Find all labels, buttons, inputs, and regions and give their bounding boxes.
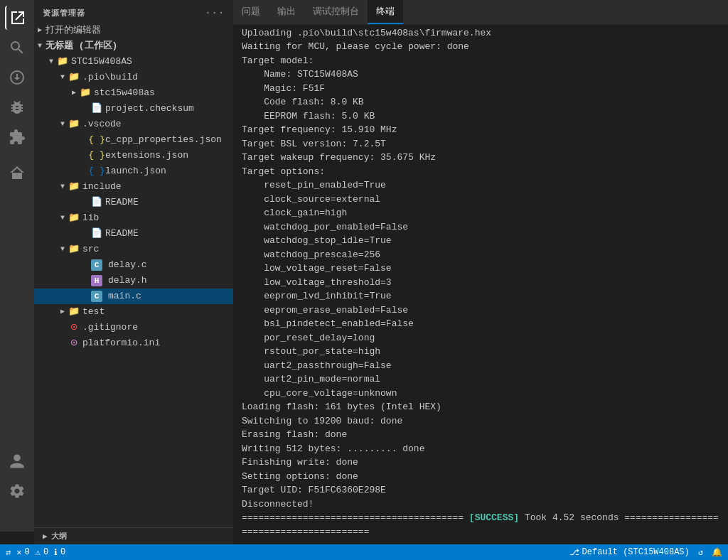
git-branch-label: Default (STC15W408AS) — [582, 547, 690, 557]
vscode-arrow: ▼ — [57, 119, 68, 130]
tab-output[interactable]: 输出 — [269, 0, 304, 24]
terminal-line: cpu_core_voltage=unknown — [242, 387, 719, 401]
tree-item-lib[interactable]: ▼ 📁 lib — [34, 210, 233, 226]
tree-item-vscode[interactable]: ▼ 📁 .vscode — [34, 117, 233, 132]
more-options-icon[interactable]: ··· — [205, 7, 225, 18]
src-label: src — [82, 242, 99, 257]
tab-problems-label: 问题 — [242, 5, 260, 18]
tree-item-project-checksum[interactable]: ▶ 📄 project.checksum — [34, 101, 233, 117]
terminal-line: Waiting for MCU, please cycle power: don… — [242, 40, 719, 54]
lib-icon: 📁 — [68, 212, 80, 224]
terminal-line: Switching to 19200 baud: done — [242, 414, 719, 429]
tree-item-stc15w408as-sub[interactable]: ▶ 📁 stc15w408as — [34, 85, 233, 101]
tree-item-pio-build[interactable]: ▼ 📁 .pio\build — [34, 70, 233, 85]
test-arrow: ▶ — [57, 306, 68, 318]
tree-item-readme-include[interactable]: ▶ 📄 README — [34, 195, 233, 210]
tree-item-platformio-ini[interactable]: ▶ ⊙ platformio.ini — [34, 335, 233, 351]
outline-section[interactable]: ▶ 大纲 — [34, 527, 233, 544]
status-errors[interactable]: ✕ 0 — [16, 547, 29, 558]
activity-account[interactable] — [5, 449, 29, 473]
tab-problems[interactable]: 问题 — [233, 0, 269, 24]
status-info[interactable]: ℹ 0 — [54, 547, 65, 558]
workspace-arrow: ▼ — [34, 41, 46, 52]
terminal-line: watchdog_prescale=256 — [242, 248, 719, 262]
activity-explorer[interactable] — [5, 6, 29, 30]
terminal-line: Loading flash: 161 bytes (Intel HEX) — [242, 400, 719, 414]
stc15w408as-label: STC15W408AS — [71, 54, 132, 70]
vscode-label: .vscode — [82, 117, 122, 132]
tree-item-stc15w408as[interactable]: ▼ 📁 STC15W408AS — [34, 54, 233, 70]
terminal-line: Uploading .pio\build\stc15w408as\firmwar… — [242, 26, 719, 41]
status-left: ⇄ ✕ 0 ⚠ 0 ℹ 0 — [6, 547, 65, 558]
outline-arrow: ▶ — [43, 532, 48, 541]
tree-item-gitignore[interactable]: ▶ ⊙ .gitignore — [34, 320, 233, 335]
open-editors-arrow: ▶ — [34, 25, 46, 36]
terminal-line: Target options: — [242, 165, 719, 179]
sidebar: 资源管理器 ··· ▶ 打开的编辑器 ▼ 无标题 (工作区) ▼ 📁 STC15… — [34, 0, 233, 544]
main-c-icon: C — [91, 291, 102, 302]
readme-lib-icon: 📄 — [91, 228, 102, 239]
terminal-line: low_voltage_reset=False — [242, 262, 719, 276]
activity-extensions[interactable] — [5, 125, 29, 149]
project-checksum-label: project.checksum — [105, 101, 194, 117]
c-cpp-properties-label: c_cpp_properties.json — [105, 132, 222, 148]
terminal-line: Erasing flash: done — [242, 428, 719, 442]
workspace-label: 无标题 (工作区) — [46, 38, 117, 54]
workspace-section[interactable]: ▼ 无标题 (工作区) — [34, 38, 233, 54]
tree-item-main-c[interactable]: ▶ C main.c — [34, 289, 233, 304]
bell-icon: 🔔 — [712, 547, 722, 558]
tree-item-include[interactable]: ▼ 📁 include — [34, 179, 233, 195]
src-icon: 📁 — [68, 244, 80, 255]
sync-icon: ↺ — [698, 547, 703, 558]
stc15w408as-sub-label: stc15w408as — [94, 85, 155, 101]
terminal-line: uart2_pin_mode=normal — [242, 372, 719, 387]
outline-label: 大纲 — [51, 531, 68, 542]
activity-settings[interactable] — [5, 479, 29, 503]
tab-debug-console[interactable]: 调试控制台 — [304, 0, 368, 24]
tree-item-test[interactable]: ▶ 📁 test — [34, 304, 233, 320]
open-editors-label: 打开的编辑器 — [46, 23, 101, 38]
activity-search[interactable] — [5, 36, 29, 60]
platformio-ini-label: platformio.ini — [82, 335, 160, 351]
tree-item-readme-lib[interactable]: ▶ 📄 README — [34, 226, 233, 242]
vscode-icon: 📁 — [68, 119, 80, 130]
terminal-line: watchdog_por_enabled=False — [242, 220, 719, 235]
tree-item-delay-h[interactable]: ▶ H delay.h — [34, 273, 233, 289]
tree-item-delay-c[interactable]: ▶ C delay.c — [34, 257, 233, 273]
terminal-line: Target wakeup frequency: 35.675 KHz — [242, 151, 719, 165]
tab-terminal[interactable]: 终端 — [368, 0, 403, 24]
readme-include-icon: 📄 — [91, 197, 102, 208]
pio-build-icon: 📁 — [68, 72, 80, 83]
terminal-line: clock_source=external — [242, 193, 719, 207]
status-warnings[interactable]: ⚠ 0 — [36, 547, 48, 558]
terminal-line: Disconnected! — [242, 497, 719, 512]
open-editors-section[interactable]: ▶ 打开的编辑器 — [34, 23, 233, 38]
terminal-line: uart2_passthrough=False — [242, 359, 719, 373]
info-count: 0 — [60, 547, 65, 557]
stc15w408as-icon: 📁 — [57, 56, 68, 68]
tree-item-c-cpp-properties[interactable]: ▶ { } c_cpp_properties.json — [34, 132, 233, 148]
sidebar-header-icons: ··· — [205, 7, 225, 18]
status-git-branch[interactable]: ⎇ Default (STC15W408AS) — [569, 547, 690, 558]
include-arrow: ▼ — [57, 181, 68, 193]
status-bell[interactable]: 🔔 — [712, 547, 722, 558]
activity-platformio[interactable] — [5, 161, 29, 185]
main-c-label: main.c — [108, 289, 141, 304]
launch-json-icon: { } — [91, 166, 102, 177]
tree-item-launch-json[interactable]: ▶ { } launch.json — [34, 163, 233, 179]
pio-build-label: .pio\build — [82, 70, 138, 85]
activity-git[interactable] — [5, 65, 29, 90]
activity-bar — [0, 0, 34, 532]
tree-item-src[interactable]: ▼ 📁 src — [34, 242, 233, 257]
terminal-line: eeprom_erase_enabled=False — [242, 303, 719, 318]
status-remote[interactable]: ⇄ — [6, 547, 11, 558]
extensions-json-icon: { } — [91, 150, 102, 161]
tab-debug-console-label: 调试控制台 — [313, 5, 359, 18]
sidebar-title: 资源管理器 — [43, 8, 85, 18]
activity-debug[interactable] — [5, 95, 29, 119]
terminal-content[interactable]: Advanced Memory Usage is available via "… — [233, 25, 728, 544]
stc15w408as-sub-arrow: ▶ — [68, 87, 80, 99]
tree-item-extensions-json[interactable]: ▶ { } extensions.json — [34, 148, 233, 163]
status-sync[interactable]: ↺ — [698, 547, 703, 558]
main-container: 资源管理器 ··· ▶ 打开的编辑器 ▼ 无标题 (工作区) ▼ 📁 STC15… — [34, 0, 728, 544]
